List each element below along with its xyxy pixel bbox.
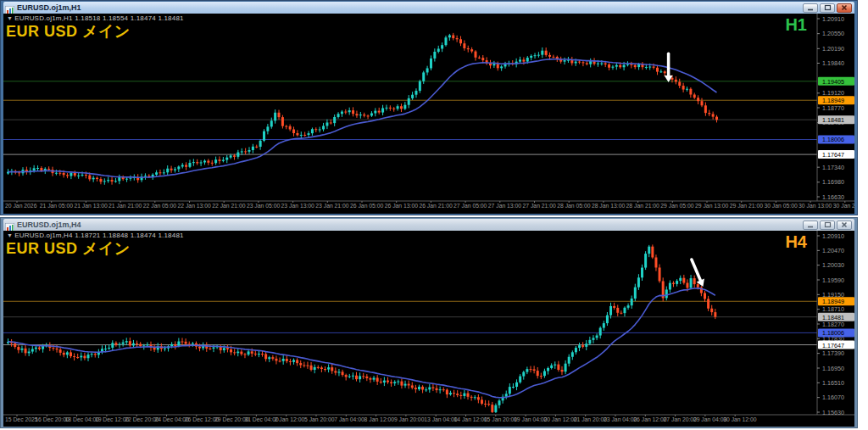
close-button[interactable]: [837, 221, 852, 230]
svg-text:22 Jan 13:00: 22 Jan 13:00: [178, 203, 212, 209]
svg-text:23 Jan 21:00: 23 Jan 21:00: [315, 203, 349, 209]
svg-text:21 Jan 21:00: 21 Jan 21:00: [108, 203, 142, 209]
svg-text:9 Jan 20:00: 9 Jan 20:00: [394, 416, 425, 422]
svg-text:8 Jan 12:00: 8 Jan 12:00: [364, 416, 395, 422]
svg-text:26 Jan 05:00: 26 Jan 05:00: [350, 203, 384, 209]
titlebar-h4[interactable]: EURUSD.oj1m,H4: [3, 219, 854, 231]
svg-text:20 Jan 12:00: 20 Jan 12:00: [543, 416, 577, 422]
svg-text:28 Jan 21:00: 28 Jan 21:00: [626, 203, 660, 209]
svg-text:1.19405: 1.19405: [822, 78, 844, 86]
svg-text:1.18481: 1.18481: [822, 314, 844, 321]
svg-text:30 Jan 21:00: 30 Jan 21:00: [833, 203, 854, 209]
symbol-dropdown-icon[interactable]: ▼: [7, 232, 13, 238]
svg-text:29 Jan 21:00: 29 Jan 21:00: [730, 203, 764, 209]
svg-text:27 Jan 21:00: 27 Jan 21:00: [523, 203, 557, 209]
svg-text:1.20550: 1.20550: [822, 30, 844, 37]
svg-text:1.18710: 1.18710: [822, 305, 844, 313]
chart-window-h4: EURUSD.oj1m,H4 1.209101.204701.200301.19…: [0, 217, 858, 428]
chart-client-h4: 1.209101.204701.200301.195901.191501.187…: [3, 231, 854, 427]
svg-text:1.20470: 1.20470: [822, 247, 844, 254]
svg-text:21 Jan 13:00: 21 Jan 13:00: [74, 203, 108, 209]
chart-canvas-h1[interactable]: 1.209101.205501.201901.198401.191201.187…: [3, 14, 854, 214]
svg-text:1.18270: 1.18270: [822, 321, 844, 328]
chart-client-h1: 1.209101.205501.201901.198401.191201.187…: [3, 14, 854, 214]
svg-text:1.18949: 1.18949: [822, 97, 844, 104]
svg-text:26 Jan 13:00: 26 Jan 13:00: [385, 203, 419, 209]
svg-text:1.17390: 1.17390: [822, 349, 844, 357]
svg-text:7 Jan 04:00: 7 Jan 04:00: [334, 416, 364, 422]
svg-text:1.16630: 1.16630: [822, 193, 844, 201]
svg-text:27 Jan 05:00: 27 Jan 05:00: [453, 203, 487, 209]
timeframe-label-h4: H4: [785, 232, 807, 252]
svg-text:1.18949: 1.18949: [822, 298, 844, 305]
svg-text:1.19120: 1.19120: [822, 89, 844, 97]
svg-text:21 Jan 05:00: 21 Jan 05:00: [40, 203, 74, 209]
svg-text:1.20030: 1.20030: [822, 261, 844, 269]
svg-text:14 Jan 12:00: 14 Jan 12:00: [454, 416, 488, 422]
svg-text:20 Jan 2026: 20 Jan 2026: [5, 203, 37, 209]
svg-text:26 Jan 12:00: 26 Jan 12:00: [633, 416, 667, 422]
chart-canvas-h4[interactable]: 1.209101.204701.200301.195901.191501.187…: [3, 231, 854, 427]
svg-text:1.18481: 1.18481: [822, 116, 844, 124]
svg-text:30 Jan 12:00: 30 Jan 12:00: [723, 416, 757, 422]
svg-text:22 Jan 05:00: 22 Jan 05:00: [143, 203, 177, 209]
svg-text:1.20910: 1.20910: [822, 15, 844, 23]
svg-text:28 Jan 05:00: 28 Jan 05:00: [557, 203, 591, 209]
window-title: EURUSD.oj1m,H4: [17, 221, 800, 229]
svg-text:1.17647: 1.17647: [822, 151, 844, 159]
svg-text:5 Jan 20:00: 5 Jan 20:00: [304, 416, 335, 422]
svg-text:30 Jan 13:00: 30 Jan 13:00: [798, 203, 832, 209]
restore-button[interactable]: [820, 221, 835, 230]
titlebar-h1[interactable]: EURUSD.oj1m,H1: [3, 2, 854, 14]
svg-text:23 Jan 04:00: 23 Jan 04:00: [604, 416, 637, 422]
svg-text:29 Jan 04:00: 29 Jan 04:00: [693, 416, 727, 422]
chart-window-h1: EURUSD.oj1m,H1 1.209101.205501.201901.19…: [0, 0, 858, 215]
svg-text:1.18006: 1.18006: [822, 329, 844, 337]
svg-text:1.19840: 1.19840: [822, 59, 844, 67]
mdi-workspace: EURUSD.oj1m,H1 1.209101.205501.201901.19…: [0, 0, 868, 430]
svg-text:1.19590: 1.19590: [822, 276, 844, 284]
minimize-button[interactable]: [803, 221, 818, 230]
chart-window-icon: [5, 221, 14, 230]
svg-text:26 Jan 21:00: 26 Jan 21:00: [419, 203, 453, 209]
svg-text:1.18770: 1.18770: [822, 104, 844, 112]
svg-text:23 Jan 05:00: 23 Jan 05:00: [247, 203, 281, 209]
svg-text:28 Jan 13:00: 28 Jan 13:00: [592, 203, 626, 209]
svg-text:1.16980: 1.16980: [822, 178, 844, 186]
svg-text:27 Jan 20:00: 27 Jan 20:00: [664, 416, 698, 422]
svg-text:1.16070: 1.16070: [822, 394, 844, 401]
restore-button[interactable]: [820, 3, 835, 13]
symbol-dropdown-icon[interactable]: ▼: [7, 15, 13, 21]
svg-text:23 Jan 13:00: 23 Jan 13:00: [281, 203, 315, 209]
svg-text:1.20190: 1.20190: [822, 45, 844, 53]
svg-text:15 Jan 20:00: 15 Jan 20:00: [484, 416, 518, 422]
svg-text:15 Dec 2025: 15 Dec 2025: [5, 416, 38, 422]
svg-text:1.16510: 1.16510: [822, 379, 844, 387]
svg-text:1.18006: 1.18006: [822, 136, 844, 143]
timeframe-label-h1: H1: [785, 15, 807, 35]
chart-window-icon: [5, 3, 14, 13]
minimize-button[interactable]: [803, 3, 818, 13]
svg-text:30 Jan 05:00: 30 Jan 05:00: [764, 203, 798, 209]
svg-text:27 Jan 13:00: 27 Jan 13:00: [488, 203, 522, 209]
svg-text:22 Jan 21:00: 22 Jan 21:00: [212, 203, 246, 209]
svg-text:21 Jan 20:00: 21 Jan 20:00: [574, 416, 608, 422]
svg-text:29 Jan 13:00: 29 Jan 13:00: [695, 203, 729, 209]
svg-text:1.20910: 1.20910: [822, 232, 844, 240]
svg-text:1.17340: 1.17340: [822, 164, 844, 171]
symbol-watermark: EUR USD メイン: [6, 238, 131, 259]
svg-text:1.17647: 1.17647: [822, 342, 844, 349]
window-title: EURUSD.oj1m,H1: [17, 3, 800, 12]
close-button[interactable]: [837, 3, 852, 13]
svg-text:1.15630: 1.15630: [822, 409, 844, 416]
svg-text:19 Jan 04:00: 19 Jan 04:00: [514, 416, 548, 422]
svg-text:1.16950: 1.16950: [822, 365, 844, 372]
svg-text:13 Jan 04:00: 13 Jan 04:00: [424, 416, 458, 422]
symbol-watermark: EUR USD メイン: [6, 21, 131, 42]
svg-text:2 Jan 12:00: 2 Jan 12:00: [275, 416, 305, 422]
svg-text:29 Jan 05:00: 29 Jan 05:00: [660, 203, 694, 209]
